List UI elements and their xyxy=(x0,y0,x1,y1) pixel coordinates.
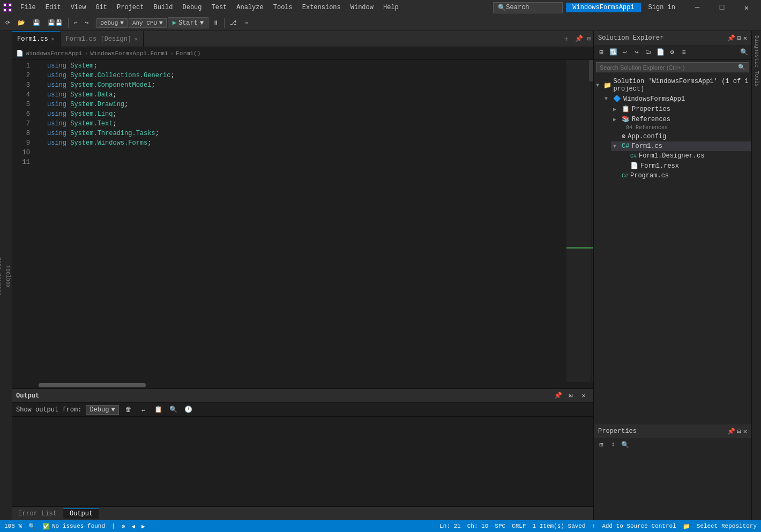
properties-toolbar: ⊞ ↕ 🔍 xyxy=(594,438,751,451)
tree-properties[interactable]: ▶ 📋 Properties xyxy=(611,104,751,114)
menu-project[interactable]: Project xyxy=(113,3,148,12)
breadcrumb-project[interactable]: WindowsFormsApp1 xyxy=(26,50,83,57)
tab-form1-design-close[interactable]: ✕ xyxy=(135,36,138,42)
toolbox-tab[interactable]: Toolbox xyxy=(4,263,12,290)
tab-form1-cs[interactable]: Form1.cs ✕ xyxy=(12,31,61,47)
status-scroll-right[interactable]: ▶ xyxy=(141,523,145,530)
tree-solution[interactable]: ▼ 📁 Solution 'WindowsFormsApp1' (1 of 1 … xyxy=(594,77,751,94)
menu-test[interactable]: Test xyxy=(207,3,232,12)
prop-float-btn[interactable]: ⊡ xyxy=(737,428,741,436)
tree-references[interactable]: ▶ 📚 References xyxy=(611,114,751,124)
pin-btn[interactable]: 📌 xyxy=(573,35,585,43)
menu-window[interactable]: Window xyxy=(346,3,378,12)
output-source-dropdown[interactable]: Debug ▼ xyxy=(86,405,118,415)
menu-analyze[interactable]: Analyze xyxy=(232,3,267,12)
redo-btn[interactable]: ↪ xyxy=(82,18,92,27)
start-button[interactable]: ▶ Start ▼ xyxy=(168,17,208,28)
se-search-btn[interactable]: 🔍 xyxy=(738,47,749,58)
prop-close-btn[interactable]: ✕ xyxy=(743,428,747,436)
menu-view[interactable]: View xyxy=(66,3,91,12)
tree-form1[interactable]: ▼ C# Form1.cs xyxy=(611,141,751,151)
save-btn[interactable]: 💾 xyxy=(29,18,43,27)
prop-tb-btn2[interactable]: ↕ xyxy=(608,439,618,450)
cpu-label: Any CPU xyxy=(132,20,157,26)
code-content[interactable]: using System;using System.Collections.Ge… xyxy=(39,60,566,382)
menu-build[interactable]: Build xyxy=(149,3,177,12)
svg-rect-5 xyxy=(9,4,11,6)
sep3 xyxy=(224,18,225,28)
data-sources-tab[interactable]: Data Sources xyxy=(0,255,3,298)
main-layout: Toolbox Data Sources Form1.cs ✕ Form1.cs… xyxy=(0,31,761,520)
output-clear-btn[interactable]: 🗑 xyxy=(123,404,134,415)
se-float-btn[interactable]: ⊡ xyxy=(737,34,741,42)
se-tb-btn3[interactable]: ↩ xyxy=(620,47,630,58)
se-tb-btn4[interactable]: ↪ xyxy=(631,47,642,58)
git-btn[interactable]: ⎇ xyxy=(227,18,240,27)
tree-form1-resx[interactable]: ▶ 📄 Form1.resx xyxy=(620,161,751,171)
output-close-btn[interactable]: ✕ xyxy=(578,391,589,401)
menu-search-box[interactable]: 🔍 Search xyxy=(493,2,563,13)
undo-btn[interactable]: ↩ xyxy=(71,18,81,27)
menu-tools[interactable]: Tools xyxy=(269,3,297,12)
tab-add-btn[interactable]: + xyxy=(559,35,572,43)
se-tb-btn2[interactable]: 🔃 xyxy=(608,47,618,58)
save-all-btn[interactable]: 💾💾 xyxy=(44,18,66,27)
se-pin-btn[interactable]: 📌 xyxy=(727,34,735,42)
close-button[interactable]: ✕ xyxy=(734,0,759,15)
bottom-scrollbar[interactable] xyxy=(12,382,593,388)
select-repository[interactable]: Select Repository xyxy=(697,523,757,529)
se-tb-btn6[interactable]: 📄 xyxy=(655,47,666,58)
horizontal-scroll-thumb[interactable] xyxy=(39,383,146,387)
line-ending-indicator[interactable]: CRLF xyxy=(512,523,526,529)
tree-program[interactable]: ▶ C# Program.cs xyxy=(611,171,751,181)
tab-form1-cs-close[interactable]: ✕ xyxy=(51,36,55,42)
se-tb-btn5[interactable]: 🗂 xyxy=(643,47,654,58)
tree-app-config[interactable]: ▶ ⚙ App.config xyxy=(611,131,751,141)
more-btn[interactable]: ⋯ xyxy=(241,18,251,27)
debug-config-dropdown[interactable]: Debug ▼ xyxy=(96,18,128,28)
cpu-dropdown[interactable]: Any CPU ▼ xyxy=(129,18,167,28)
split-btn[interactable]: ⊞ xyxy=(585,35,593,43)
tree-form1-designer[interactable]: ▶ C# Form1.Designer.cs xyxy=(620,151,751,161)
open-btn[interactable]: 📂 xyxy=(14,18,28,27)
breadcrumb-method[interactable]: Form1() xyxy=(176,50,200,57)
error-list-tab[interactable]: Error List xyxy=(12,509,63,519)
tab-form1-design[interactable]: Form1.cs [Design] ✕ xyxy=(61,31,144,47)
pause-btn[interactable]: ⏸ xyxy=(210,18,222,27)
zoom-level[interactable]: 105 % xyxy=(4,523,22,529)
se-close-btn[interactable]: ✕ xyxy=(743,34,747,42)
breadcrumb-class[interactable]: WindowsFormsApp1.Form1 xyxy=(90,50,168,57)
add-to-source-control[interactable]: Add to Source Control xyxy=(602,523,676,529)
output-tab-btn[interactable]: Output xyxy=(63,508,99,519)
menu-edit[interactable]: Edit xyxy=(41,3,65,12)
tree-project[interactable]: ▼ 🔷 WindowsFormsApp1 xyxy=(602,94,751,104)
se-tb-btn1[interactable]: ⊞ xyxy=(596,47,607,58)
status-scroll-left[interactable]: ◀ xyxy=(131,523,135,530)
output-float-btn[interactable]: ⊡ xyxy=(565,391,576,401)
output-clock-btn[interactable]: 🕐 xyxy=(183,404,194,415)
code-line-10 xyxy=(39,148,566,158)
prop-tb-btn3[interactable]: 🔍 xyxy=(620,439,630,450)
menu-help[interactable]: Help xyxy=(379,3,403,12)
minimize-button[interactable]: ─ xyxy=(685,0,710,15)
menu-file[interactable]: File xyxy=(16,3,40,12)
se-tb-btn8[interactable]: ≡ xyxy=(678,47,689,58)
encoding-indicator[interactable]: SPC xyxy=(495,523,505,529)
prop-pin-btn[interactable]: 📌 xyxy=(727,428,735,436)
output-copy-btn[interactable]: 📋 xyxy=(153,404,164,415)
solution-search-box[interactable]: 🔍 xyxy=(596,62,749,72)
output-pin-btn[interactable]: 📌 xyxy=(553,391,563,401)
svg-rect-7 xyxy=(9,9,11,11)
output-wrap-btn[interactable]: ↵ xyxy=(138,404,149,415)
menu-debug[interactable]: Debug xyxy=(178,3,206,12)
maximize-button[interactable]: □ xyxy=(710,0,734,15)
output-find-btn[interactable]: 🔍 xyxy=(168,404,179,415)
solution-search-input[interactable] xyxy=(600,64,738,71)
prop-tb-btn1[interactable]: ⊞ xyxy=(596,439,607,450)
menu-extensions[interactable]: Extensions xyxy=(298,3,345,12)
new-project-btn[interactable]: ⟳ xyxy=(2,18,13,27)
diagnostic-tools-tab[interactable]: Diagnostic Tools xyxy=(752,31,760,91)
se-tb-btn7[interactable]: ⚙ xyxy=(667,47,677,58)
sign-in-button[interactable]: Sign in xyxy=(644,4,680,11)
menu-git[interactable]: Git xyxy=(91,3,111,12)
